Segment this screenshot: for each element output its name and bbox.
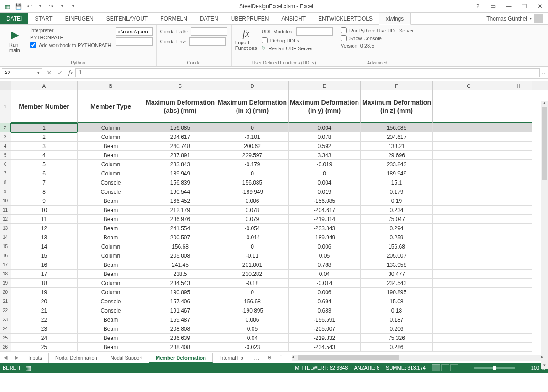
cell[interactable]: -0.014 bbox=[216, 233, 289, 242]
cell[interactable]: 157.406 bbox=[144, 297, 216, 306]
cell[interactable]: Console bbox=[78, 297, 144, 306]
row-header-8[interactable]: 8 bbox=[0, 178, 11, 187]
cell[interactable]: 7 bbox=[11, 178, 78, 187]
zoom-out-button[interactable]: − bbox=[465, 365, 468, 371]
cell[interactable]: 156.085 bbox=[216, 178, 289, 187]
cell[interactable]: 0.05 bbox=[289, 251, 361, 260]
sheet-tab-nodal-support[interactable]: Nodal Support bbox=[104, 353, 149, 363]
cell[interactable]: 156.085 bbox=[144, 123, 216, 132]
cell[interactable] bbox=[433, 142, 505, 151]
cell[interactable]: -0.054 bbox=[216, 224, 289, 233]
cell[interactable]: Beam bbox=[78, 215, 144, 224]
add-sheet-button[interactable]: ⊕ bbox=[263, 355, 275, 360]
cell[interactable] bbox=[505, 260, 532, 270]
row-header-10[interactable]: 10 bbox=[0, 196, 11, 206]
cell[interactable]: 0.079 bbox=[216, 215, 289, 224]
expand-formula-bar[interactable]: ⌄ bbox=[540, 69, 547, 76]
cell[interactable]: Beam bbox=[78, 324, 144, 334]
view-normal-button[interactable] bbox=[432, 364, 440, 371]
sheet-nav-prev[interactable]: ◀ bbox=[0, 355, 11, 360]
cell[interactable]: 13 bbox=[11, 233, 78, 242]
sheet-tab-internal-fo[interactable]: Internal Fo bbox=[213, 353, 250, 363]
conda-path-input[interactable] bbox=[191, 27, 227, 36]
cell[interactable] bbox=[433, 206, 505, 215]
cell[interactable]: 0.078 bbox=[289, 132, 361, 142]
cell[interactable] bbox=[505, 315, 532, 324]
undo-button[interactable]: ↶ bbox=[25, 2, 34, 11]
cell[interactable]: 18 bbox=[11, 279, 78, 288]
cell[interactable]: 0.234 bbox=[361, 206, 433, 215]
excel-logo-icon[interactable]: ▦ bbox=[3, 2, 12, 11]
cell[interactable]: 2 bbox=[11, 132, 78, 142]
insert-function-button[interactable]: fx bbox=[66, 69, 75, 76]
name-box[interactable]: A2▾ bbox=[2, 68, 42, 77]
show-console-checkbox[interactable] bbox=[341, 35, 347, 41]
cell[interactable]: 0.05 bbox=[216, 324, 289, 334]
cell[interactable]: 16 bbox=[11, 260, 78, 270]
minimize-button[interactable]: — bbox=[503, 1, 514, 11]
cell[interactable]: -204.617 bbox=[289, 206, 361, 215]
cell[interactable]: 0.04 bbox=[216, 334, 289, 343]
zoom-in-button[interactable]: + bbox=[522, 365, 524, 371]
cell[interactable]: 0.004 bbox=[289, 123, 361, 132]
cell[interactable]: -189.949 bbox=[289, 233, 361, 242]
tab-formeln[interactable]: FORMELN bbox=[154, 13, 194, 24]
cell[interactable]: 1 bbox=[11, 123, 78, 132]
cell[interactable]: Beam bbox=[78, 142, 144, 151]
vscroll-thumb[interactable] bbox=[542, 107, 547, 180]
cell[interactable]: 229.597 bbox=[216, 151, 289, 160]
cell[interactable] bbox=[505, 270, 532, 279]
cell[interactable]: 0.019 bbox=[289, 187, 361, 196]
tab-überprüfen[interactable]: ÜBERPRÜFEN bbox=[225, 13, 275, 24]
cell[interactable]: Console bbox=[78, 187, 144, 196]
cell[interactable]: 0.206 bbox=[361, 324, 433, 334]
cell[interactable] bbox=[433, 233, 505, 242]
save-button[interactable]: 💾 bbox=[14, 2, 23, 11]
cell[interactable] bbox=[433, 324, 505, 334]
cell[interactable]: 212.179 bbox=[144, 206, 216, 215]
cell[interactable]: Console bbox=[78, 306, 144, 315]
cell[interactable]: 201.001 bbox=[216, 260, 289, 270]
cell[interactable]: 0 bbox=[216, 123, 289, 132]
ribbon-display-button[interactable]: ▭ bbox=[488, 1, 499, 11]
cell[interactable]: 8 bbox=[11, 187, 78, 196]
row-header-2[interactable]: 2 bbox=[0, 123, 11, 132]
cell[interactable]: Column bbox=[78, 279, 144, 288]
interpreter-input[interactable] bbox=[116, 27, 153, 36]
cell[interactable]: 190.544 bbox=[144, 187, 216, 196]
row-header-19[interactable]: 19 bbox=[0, 279, 11, 288]
tab-start[interactable]: START bbox=[28, 13, 58, 24]
cell[interactable]: 133.958 bbox=[361, 260, 433, 270]
column-header-E[interactable]: E bbox=[289, 81, 361, 90]
cell[interactable]: 0 bbox=[216, 242, 289, 251]
row-header-22[interactable]: 22 bbox=[0, 306, 11, 315]
cell[interactable]: -190.895 bbox=[216, 306, 289, 315]
cell[interactable]: -0.019 bbox=[289, 160, 361, 169]
cell[interactable]: -219.832 bbox=[289, 334, 361, 343]
run-server-checkbox[interactable] bbox=[341, 27, 347, 33]
cell[interactable]: 236.639 bbox=[144, 334, 216, 343]
cell[interactable]: 189.949 bbox=[144, 169, 216, 178]
cell[interactable] bbox=[505, 123, 532, 132]
cell[interactable] bbox=[433, 151, 505, 160]
cell[interactable]: Column bbox=[78, 160, 144, 169]
cell[interactable]: 22 bbox=[11, 315, 78, 324]
cell[interactable] bbox=[505, 306, 532, 315]
cell[interactable]: 159.487 bbox=[144, 315, 216, 324]
debug-udfs-checkbox[interactable] bbox=[262, 37, 268, 43]
cell[interactable] bbox=[433, 178, 505, 187]
cell[interactable]: 156.68 bbox=[361, 242, 433, 251]
row-header-13[interactable]: 13 bbox=[0, 224, 11, 233]
row-header-1[interactable]: 1 bbox=[0, 90, 11, 123]
cell[interactable]: -0.023 bbox=[216, 343, 289, 352]
cell[interactable]: 23 bbox=[11, 324, 78, 334]
cell[interactable] bbox=[433, 242, 505, 251]
cell[interactable]: 191.467 bbox=[144, 306, 216, 315]
cell[interactable] bbox=[433, 215, 505, 224]
cell[interactable]: 15 bbox=[11, 251, 78, 260]
cell[interactable]: Beam bbox=[78, 334, 144, 343]
cell[interactable] bbox=[505, 297, 532, 306]
cell[interactable]: 0.006 bbox=[289, 288, 361, 297]
cell[interactable]: 5 bbox=[11, 160, 78, 169]
cell[interactable]: 10 bbox=[11, 206, 78, 215]
